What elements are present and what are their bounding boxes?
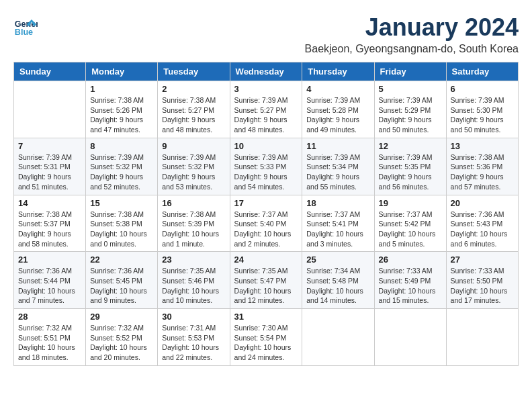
calendar-day-cell: 1 Sunrise: 7:38 AM Sunset: 5:26 PM Dayli… bbox=[86, 81, 158, 138]
sunset-time: Sunset: 5:35 PM bbox=[379, 162, 442, 172]
day-info: Sunrise: 7:32 AM Sunset: 5:51 PM Dayligh… bbox=[18, 323, 81, 363]
day-info: Sunrise: 7:33 AM Sunset: 5:49 PM Dayligh… bbox=[379, 266, 442, 306]
sunset-time: Sunset: 5:54 PM bbox=[234, 333, 298, 343]
day-info: Sunrise: 7:39 AM Sunset: 5:34 PM Dayligh… bbox=[306, 152, 369, 192]
daylight-hours: Daylight: 10 hours and 22 minutes. bbox=[162, 342, 225, 362]
sunrise-time: Sunrise: 7:39 AM bbox=[18, 152, 81, 163]
day-info: Sunrise: 7:39 AM Sunset: 5:32 PM Dayligh… bbox=[162, 152, 225, 192]
day-number: 3 bbox=[234, 84, 298, 94]
sunset-time: Sunset: 5:41 PM bbox=[306, 219, 369, 229]
sunrise-time: Sunrise: 7:38 AM bbox=[162, 210, 225, 220]
day-info: Sunrise: 7:37 AM Sunset: 5:42 PM Dayligh… bbox=[379, 210, 442, 249]
day-info: Sunrise: 7:37 AM Sunset: 5:40 PM Dayligh… bbox=[234, 210, 298, 249]
day-number: 5 bbox=[379, 84, 442, 94]
day-info: Sunrise: 7:35 AM Sunset: 5:46 PM Dayligh… bbox=[162, 266, 225, 306]
sunrise-time: Sunrise: 7:36 AM bbox=[451, 210, 514, 220]
day-number: 19 bbox=[379, 198, 442, 208]
day-number: 28 bbox=[18, 312, 81, 322]
weekday-header-cell: Thursday bbox=[302, 62, 374, 81]
daylight-hours: Daylight: 10 hours and 0 minutes. bbox=[90, 229, 153, 248]
sunrise-time: Sunrise: 7:33 AM bbox=[451, 266, 514, 276]
calendar-day-cell: 4 Sunrise: 7:39 AM Sunset: 5:28 PM Dayli… bbox=[302, 81, 374, 138]
sunrise-time: Sunrise: 7:35 AM bbox=[234, 266, 298, 276]
sunrise-time: Sunrise: 7:39 AM bbox=[234, 152, 298, 163]
day-info: Sunrise: 7:38 AM Sunset: 5:38 PM Dayligh… bbox=[90, 210, 153, 249]
sunset-time: Sunset: 5:27 PM bbox=[162, 105, 225, 116]
sunrise-time: Sunrise: 7:32 AM bbox=[90, 323, 153, 333]
day-number: 7 bbox=[18, 141, 81, 151]
daylight-hours: Daylight: 10 hours and 12 minutes. bbox=[234, 286, 298, 306]
calendar-day-cell: 22 Sunrise: 7:36 AM Sunset: 5:45 PM Dayl… bbox=[86, 252, 158, 309]
sunrise-time: Sunrise: 7:38 AM bbox=[90, 210, 153, 220]
sunset-time: Sunset: 5:50 PM bbox=[451, 276, 514, 286]
sunrise-time: Sunrise: 7:37 AM bbox=[234, 210, 298, 220]
sunrise-time: Sunrise: 7:36 AM bbox=[90, 266, 153, 276]
daylight-hours: Daylight: 9 hours and 58 minutes. bbox=[18, 229, 81, 248]
daylight-hours: Daylight: 10 hours and 7 minutes. bbox=[18, 286, 81, 306]
sunrise-time: Sunrise: 7:36 AM bbox=[18, 266, 81, 276]
day-info: Sunrise: 7:38 AM Sunset: 5:27 PM Dayligh… bbox=[162, 95, 225, 135]
day-info: Sunrise: 7:35 AM Sunset: 5:47 PM Dayligh… bbox=[234, 266, 298, 306]
weekday-header-cell: Tuesday bbox=[158, 62, 230, 81]
daylight-hours: Daylight: 9 hours and 54 minutes. bbox=[234, 172, 298, 191]
day-number: 10 bbox=[234, 141, 298, 151]
sunset-time: Sunset: 5:26 PM bbox=[90, 105, 153, 116]
daylight-hours: Daylight: 10 hours and 15 minutes. bbox=[379, 286, 442, 306]
sunset-time: Sunset: 5:30 PM bbox=[451, 105, 514, 116]
day-info: Sunrise: 7:37 AM Sunset: 5:41 PM Dayligh… bbox=[306, 210, 369, 249]
sunset-time: Sunset: 5:47 PM bbox=[234, 276, 298, 286]
day-info: Sunrise: 7:33 AM Sunset: 5:50 PM Dayligh… bbox=[451, 266, 514, 306]
sunrise-time: Sunrise: 7:38 AM bbox=[90, 95, 153, 105]
sunrise-time: Sunrise: 7:39 AM bbox=[90, 152, 153, 163]
daylight-hours: Daylight: 9 hours and 56 minutes. bbox=[379, 172, 442, 191]
daylight-hours: Daylight: 9 hours and 55 minutes. bbox=[306, 172, 369, 191]
calendar-day-cell: 8 Sunrise: 7:39 AM Sunset: 5:32 PM Dayli… bbox=[86, 138, 158, 195]
calendar-day-cell: 26 Sunrise: 7:33 AM Sunset: 5:49 PM Dayl… bbox=[374, 252, 446, 309]
sunset-time: Sunset: 5:32 PM bbox=[90, 162, 153, 172]
calendar-day-cell: 23 Sunrise: 7:35 AM Sunset: 5:46 PM Dayl… bbox=[158, 252, 230, 309]
sunset-time: Sunset: 5:52 PM bbox=[90, 333, 153, 343]
calendar-day-cell: 11 Sunrise: 7:39 AM Sunset: 5:34 PM Dayl… bbox=[302, 138, 374, 195]
calendar-day-cell: 27 Sunrise: 7:33 AM Sunset: 5:50 PM Dayl… bbox=[446, 252, 518, 309]
sunrise-time: Sunrise: 7:31 AM bbox=[162, 323, 225, 333]
sunset-time: Sunset: 5:49 PM bbox=[379, 276, 442, 286]
calendar-week-row: 28 Sunrise: 7:32 AM Sunset: 5:51 PM Dayl… bbox=[14, 309, 519, 366]
sunrise-time: Sunrise: 7:39 AM bbox=[379, 95, 442, 105]
sunset-time: Sunset: 5:38 PM bbox=[90, 219, 153, 229]
sunset-time: Sunset: 5:31 PM bbox=[18, 162, 81, 172]
day-number: 23 bbox=[162, 255, 225, 265]
day-info: Sunrise: 7:39 AM Sunset: 5:30 PM Dayligh… bbox=[451, 95, 514, 135]
day-number: 22 bbox=[90, 255, 153, 265]
sunset-time: Sunset: 5:40 PM bbox=[234, 219, 298, 229]
day-info: Sunrise: 7:38 AM Sunset: 5:39 PM Dayligh… bbox=[162, 210, 225, 249]
daylight-hours: Daylight: 10 hours and 2 minutes. bbox=[234, 229, 298, 248]
day-info: Sunrise: 7:39 AM Sunset: 5:28 PM Dayligh… bbox=[306, 95, 369, 135]
calendar-body: 1 Sunrise: 7:38 AM Sunset: 5:26 PM Dayli… bbox=[14, 81, 519, 366]
sunset-time: Sunset: 5:39 PM bbox=[162, 219, 225, 229]
sunrise-time: Sunrise: 7:38 AM bbox=[18, 210, 81, 220]
day-info: Sunrise: 7:32 AM Sunset: 5:52 PM Dayligh… bbox=[90, 323, 153, 363]
daylight-hours: Daylight: 9 hours and 50 minutes. bbox=[451, 115, 514, 134]
day-info: Sunrise: 7:39 AM Sunset: 5:32 PM Dayligh… bbox=[90, 152, 153, 192]
day-number: 21 bbox=[18, 255, 81, 265]
sunset-time: Sunset: 5:43 PM bbox=[451, 219, 514, 229]
daylight-hours: Daylight: 10 hours and 3 minutes. bbox=[306, 229, 369, 248]
sunset-time: Sunset: 5:28 PM bbox=[306, 105, 369, 116]
day-info: Sunrise: 7:39 AM Sunset: 5:35 PM Dayligh… bbox=[379, 152, 442, 192]
weekday-header-cell: Sunday bbox=[14, 62, 86, 81]
calendar-week-row: 21 Sunrise: 7:36 AM Sunset: 5:44 PM Dayl… bbox=[14, 252, 519, 309]
sunrise-time: Sunrise: 7:39 AM bbox=[234, 95, 298, 105]
sunrise-time: Sunrise: 7:37 AM bbox=[379, 210, 442, 220]
daylight-hours: Daylight: 9 hours and 51 minutes. bbox=[18, 172, 81, 191]
day-number: 27 bbox=[451, 255, 514, 265]
day-info: Sunrise: 7:39 AM Sunset: 5:33 PM Dayligh… bbox=[234, 152, 298, 192]
calendar-subtitle: Baekjeon, Gyeongsangnam-do, South Korea bbox=[305, 43, 519, 55]
sunset-time: Sunset: 5:27 PM bbox=[234, 105, 298, 116]
daylight-hours: Daylight: 9 hours and 48 minutes. bbox=[162, 115, 225, 134]
day-number: 26 bbox=[379, 255, 442, 265]
calendar-week-row: 14 Sunrise: 7:38 AM Sunset: 5:37 PM Dayl… bbox=[14, 195, 519, 252]
calendar-day-cell: 28 Sunrise: 7:32 AM Sunset: 5:51 PM Dayl… bbox=[14, 309, 86, 366]
day-number: 1 bbox=[90, 84, 153, 94]
day-number: 14 bbox=[18, 198, 81, 208]
calendar-day-cell bbox=[14, 81, 86, 138]
